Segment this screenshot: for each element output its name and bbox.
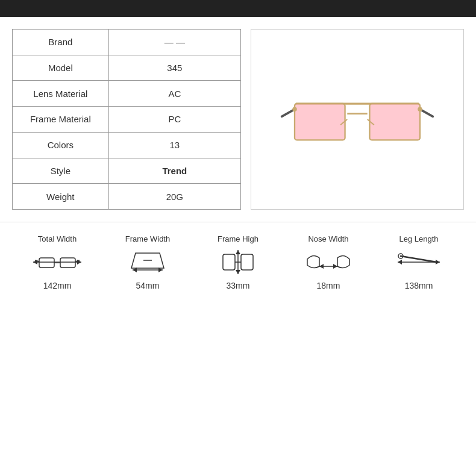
table-row: StyleTrend bbox=[13, 158, 241, 184]
table-label-cell: Style bbox=[13, 158, 109, 184]
svg-point-6 bbox=[292, 107, 296, 111]
svg-line-35 bbox=[401, 256, 437, 262]
table-label-cell: Frame Material bbox=[13, 107, 109, 133]
glasses-image-box bbox=[251, 29, 464, 210]
measurements-section: Total Width 142mmFrame Width bbox=[0, 222, 476, 296]
page-header bbox=[0, 0, 476, 17]
frame-high-icon bbox=[211, 247, 265, 277]
svg-rect-27 bbox=[241, 254, 253, 270]
measurement-value: 142mm bbox=[43, 281, 72, 290]
svg-marker-31 bbox=[333, 264, 337, 269]
measurement-value: 33mm bbox=[227, 281, 250, 290]
measurement-item: Frame High 33mm bbox=[211, 234, 265, 290]
table-label-cell: Colors bbox=[13, 132, 109, 158]
table-value-cell: 20G bbox=[108, 184, 240, 210]
measurement-label: Total Width bbox=[38, 234, 77, 243]
svg-rect-26 bbox=[223, 254, 235, 270]
table-row: Colors13 bbox=[13, 132, 241, 158]
measurement-label: Frame High bbox=[218, 234, 258, 243]
table-row: Weight20G bbox=[13, 184, 241, 210]
product-info-table: Brand— —Model345Lens MaterialACFrame Mat… bbox=[12, 29, 241, 210]
table-label-cell: Model bbox=[13, 55, 109, 81]
main-content: Brand— —Model345Lens MaterialACFrame Mat… bbox=[0, 17, 476, 216]
svg-marker-30 bbox=[319, 264, 324, 269]
svg-rect-3 bbox=[369, 104, 420, 140]
svg-rect-13 bbox=[39, 258, 54, 268]
measurement-label: Nose Width bbox=[308, 234, 348, 243]
measurement-item: Nose Width 18mm bbox=[301, 234, 355, 290]
frame-width-icon bbox=[121, 247, 175, 277]
leg-length-icon bbox=[392, 247, 446, 277]
measurement-value: 138mm bbox=[405, 281, 433, 290]
svg-rect-14 bbox=[60, 258, 75, 268]
table-value-cell: — — bbox=[108, 30, 240, 55]
measurement-label: Leg Length bbox=[399, 234, 438, 243]
total-width-icon bbox=[30, 247, 84, 277]
measurement-value: 54mm bbox=[136, 281, 160, 290]
table-row: Brand— — bbox=[13, 30, 241, 55]
table-value-cell: Trend bbox=[108, 158, 240, 184]
table-row: Frame MaterialPC bbox=[13, 107, 241, 133]
table-row: Model345 bbox=[13, 55, 241, 81]
table-value-cell: PC bbox=[108, 107, 240, 133]
measurement-item: Leg Length 138mm bbox=[392, 234, 446, 290]
table-label-cell: Brand bbox=[13, 30, 109, 55]
svg-rect-2 bbox=[295, 104, 345, 140]
table-value-cell: AC bbox=[108, 81, 240, 107]
nose-width-icon bbox=[301, 247, 355, 277]
svg-marker-24 bbox=[236, 250, 240, 254]
svg-marker-25 bbox=[236, 270, 240, 274]
svg-marker-33 bbox=[398, 260, 402, 265]
sunglasses-image bbox=[279, 71, 436, 168]
table-value-cell: 345 bbox=[108, 55, 240, 81]
table-row: Lens MaterialAC bbox=[13, 81, 241, 107]
svg-point-7 bbox=[418, 107, 422, 111]
measurement-value: 18mm bbox=[317, 281, 340, 290]
table-value-cell: 13 bbox=[108, 132, 240, 158]
measurement-label: Frame Width bbox=[125, 234, 170, 243]
measurement-item: Frame Width 54mm bbox=[121, 234, 175, 290]
measurement-item: Total Width 142mm bbox=[30, 234, 84, 290]
table-label-cell: Lens Material bbox=[13, 81, 109, 107]
table-label-cell: Weight bbox=[13, 184, 109, 210]
